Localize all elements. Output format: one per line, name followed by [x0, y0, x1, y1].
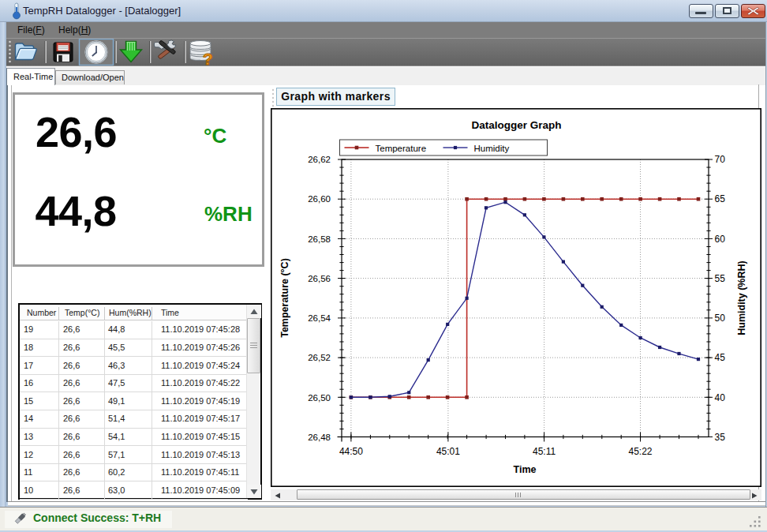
svg-text:55: 55 — [714, 273, 725, 284]
svg-text:Datalogger Graph: Datalogger Graph — [471, 119, 561, 131]
svg-text:50: 50 — [714, 313, 725, 324]
svg-text:26,62: 26,62 — [308, 155, 331, 164]
svg-text:26,52: 26,52 — [308, 353, 331, 362]
svg-text:26,56: 26,56 — [308, 274, 331, 283]
svg-text:65: 65 — [714, 193, 725, 204]
svg-text:Temperature (°C): Temperature (°C) — [279, 258, 290, 338]
svg-text:35: 35 — [714, 432, 725, 443]
svg-text:Temperature: Temperature — [375, 144, 426, 153]
svg-text:26,60: 26,60 — [308, 194, 331, 204]
svg-text:40: 40 — [714, 392, 725, 403]
svg-text:45:22: 45:22 — [628, 446, 652, 457]
svg-text:26,50: 26,50 — [308, 393, 331, 403]
svg-text:60: 60 — [714, 234, 725, 245]
svg-text:Humidity (%RH): Humidity (%RH) — [735, 260, 746, 335]
svg-text:45:11: 45:11 — [533, 446, 556, 457]
svg-text:26,58: 26,58 — [308, 234, 331, 244]
svg-text:Humidity: Humidity — [473, 144, 509, 153]
svg-text:?: ? — [203, 50, 213, 66]
svg-text:26,54: 26,54 — [308, 313, 331, 323]
svg-text:45:01: 45:01 — [436, 446, 459, 457]
svg-text:44:50: 44:50 — [339, 446, 362, 457]
svg-text:Time: Time — [513, 464, 536, 475]
svg-text:70: 70 — [714, 154, 725, 165]
svg-text:45: 45 — [714, 352, 725, 363]
svg-text:26,48: 26,48 — [308, 433, 331, 442]
